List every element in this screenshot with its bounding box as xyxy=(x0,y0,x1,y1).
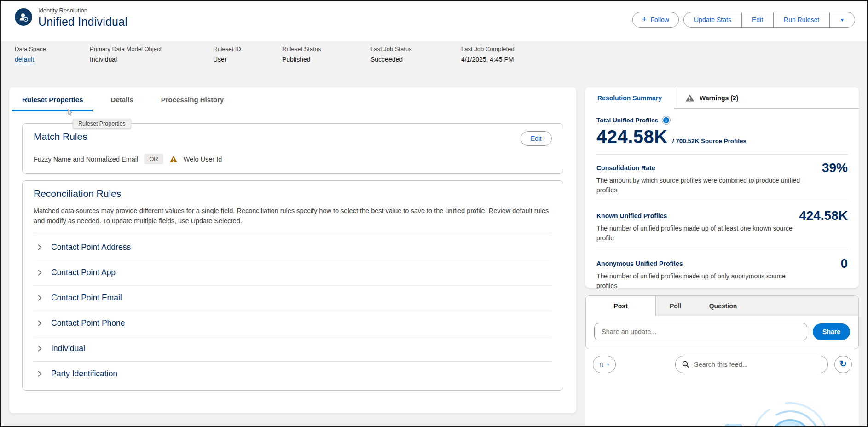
share-button[interactable]: Share xyxy=(813,323,850,340)
recon-row-contact-point-email[interactable]: Contact Point Email xyxy=(34,285,552,311)
identity-resolution-icon xyxy=(15,8,32,26)
field-label: Last Job Completed xyxy=(461,46,515,52)
refresh-feed-button[interactable]: ↻ xyxy=(834,356,852,373)
feed-search xyxy=(675,356,828,373)
tab-tooltip: Ruleset Properties xyxy=(73,119,131,129)
header-actions: + Follow Update Stats Edit Run Ruleset ▼ xyxy=(632,12,855,28)
match-rule-name: Welo User Id xyxy=(184,156,222,163)
field-label: Ruleset Status xyxy=(282,46,366,52)
tab-details[interactable]: Details xyxy=(111,87,133,111)
consolidation-rate-metric: Consolidation Rate 39% The amount by whi… xyxy=(596,161,848,195)
recon-row-contact-point-app[interactable]: Contact Point App xyxy=(34,260,552,285)
tab-warnings[interactable]: Warnings (2) xyxy=(674,87,859,109)
search-icon xyxy=(682,361,689,368)
known-unified-profiles-metric: Known Unified Profiles 424.58K The numbe… xyxy=(596,208,848,243)
warning-icon xyxy=(169,156,178,163)
match-rules-edit-button[interactable]: Edit xyxy=(521,131,552,146)
warning-icon xyxy=(685,94,694,102)
field-value: User xyxy=(213,56,278,63)
page-header: Identity Resolution Unified Individual +… xyxy=(1,1,867,41)
total-unified-profiles-label: Total Unified Profiles xyxy=(596,117,658,124)
reconciliation-rules-section: Reconciliation Rules Matched data source… xyxy=(22,180,563,391)
recon-row-contact-point-phone[interactable]: Contact Point Phone xyxy=(34,311,552,336)
follow-button[interactable]: + Follow xyxy=(632,12,679,28)
feed-sort-button[interactable]: ↑↓ ▼ xyxy=(593,356,616,373)
reconciliation-title: Reconciliation Rules xyxy=(34,188,552,199)
share-update-input[interactable] xyxy=(594,323,807,340)
recon-row-party-identification[interactable]: Party Identification xyxy=(34,361,552,387)
chevron-right-icon xyxy=(36,269,43,276)
chevron-down-icon: ▼ xyxy=(840,17,845,23)
operator-badge: OR xyxy=(144,154,163,164)
feed-search-input[interactable] xyxy=(694,361,821,368)
edit-button[interactable]: Edit xyxy=(741,12,773,27)
page-title: Unified Individual xyxy=(38,15,127,29)
ruleset-tabs: Ruleset Properties Details Processing Hi… xyxy=(9,87,576,111)
tab-question[interactable]: Question xyxy=(695,296,751,316)
consolidation-rate-value: 39% xyxy=(822,161,848,175)
run-ruleset-button[interactable]: Run Ruleset xyxy=(773,12,829,27)
field-value: Published xyxy=(282,56,366,63)
resolution-summary-card: Resolution Summary Warnings (2) Total Un… xyxy=(585,87,859,288)
info-icon[interactable]: i xyxy=(662,116,671,125)
sort-arrows-icon: ↑↓ xyxy=(599,361,603,368)
action-button-group: Update Stats Edit Run Ruleset ▼ xyxy=(683,12,855,28)
field-label: Data Space xyxy=(15,46,85,52)
match-rules-section: Match Rules Edit Fuzzy Name and Normaliz… xyxy=(22,123,563,174)
chevron-right-icon xyxy=(36,294,43,301)
field-value: Individual xyxy=(90,56,208,63)
ruleset-card: Ruleset Properties Details Processing Hi… xyxy=(9,87,576,413)
app-label: Identity Resolution xyxy=(38,7,127,14)
field-label: Primary Data Model Object xyxy=(90,46,208,52)
chevron-down-icon: ▼ xyxy=(606,363,610,367)
tab-post[interactable]: Post xyxy=(586,296,656,316)
identity-resolution-page: Identity Resolution Unified Individual +… xyxy=(0,0,868,427)
data-space-link[interactable]: default xyxy=(15,56,34,64)
refresh-icon: ↻ xyxy=(839,358,847,369)
reconciliation-description: Matched data sources may provide differe… xyxy=(34,206,552,226)
field-label: Ruleset ID xyxy=(213,46,278,52)
tab-poll[interactable]: Poll xyxy=(656,296,695,316)
match-rule-name: Fuzzy Name and Normalized Email xyxy=(34,156,138,163)
reconciliation-list: Contact Point Address Contact Point App … xyxy=(34,235,552,387)
mouse-cursor xyxy=(67,109,74,118)
record-details-bar: Data Space default Primary Data Model Ob… xyxy=(1,41,867,64)
tab-ruleset-properties[interactable]: Ruleset Properties xyxy=(22,87,83,111)
tab-resolution-summary[interactable]: Resolution Summary xyxy=(585,87,674,109)
total-unified-profiles-value: 424.58K xyxy=(596,127,668,147)
illustration-fragment xyxy=(725,424,742,427)
empty-feed-illustration xyxy=(740,389,841,427)
field-label: Last Job Status xyxy=(370,46,457,52)
plus-icon: + xyxy=(642,15,647,24)
source-profiles-value: / 700.52K Source Profiles xyxy=(672,138,746,144)
recon-row-individual[interactable]: Individual xyxy=(34,336,552,361)
field-value: 4/1/2025, 4:45 PM xyxy=(461,56,515,63)
anonymous-unified-profiles-metric: Anonymous Unified Profiles 0 The number … xyxy=(596,256,848,291)
more-actions-button[interactable]: ▼ xyxy=(829,12,855,27)
tab-processing-history[interactable]: Processing History xyxy=(161,87,224,111)
update-stats-button[interactable]: Update Stats xyxy=(684,12,741,27)
publisher-card: Post Poll Question Share xyxy=(585,295,859,349)
recon-row-contact-point-address[interactable]: Contact Point Address xyxy=(34,235,552,260)
anonymous-unified-profiles-value: 0 xyxy=(840,256,848,271)
field-value: Succeeded xyxy=(370,56,457,63)
known-unified-profiles-value: 424.58K xyxy=(799,208,848,223)
feed-section: Post Poll Question Share ↑↓ ▼ xyxy=(585,295,859,427)
chevron-right-icon xyxy=(36,345,43,352)
match-rules-title: Match Rules xyxy=(34,131,87,142)
chevron-right-icon xyxy=(36,370,43,377)
chevron-right-icon xyxy=(36,320,43,327)
chevron-right-icon xyxy=(36,244,43,251)
